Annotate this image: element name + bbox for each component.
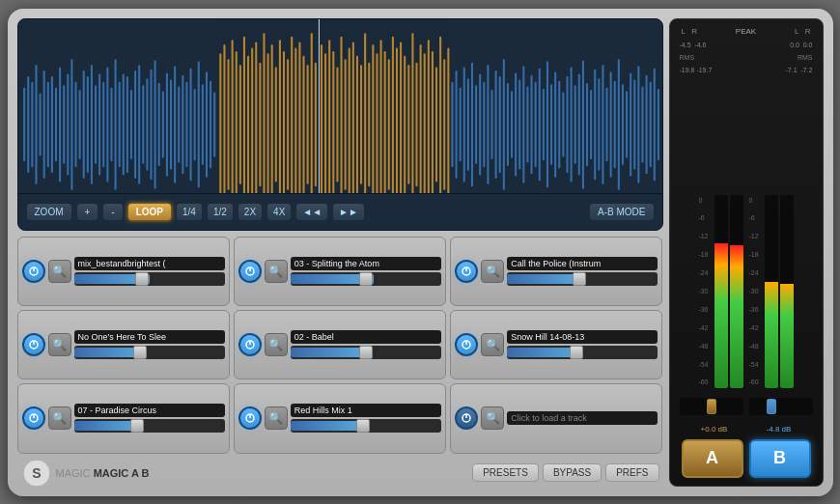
- beat-1-2-button[interactable]: 1/2: [207, 203, 234, 221]
- track-power-btn-1[interactable]: [22, 260, 45, 283]
- svg-text:S: S: [32, 465, 41, 481]
- track-power-btn-7[interactable]: [22, 406, 45, 430]
- meter-peak-label: PEAK: [736, 27, 756, 36]
- track-slider-7[interactable]: [74, 419, 225, 433]
- track-slider-thumb-4[interactable]: [133, 346, 147, 359]
- svg-rect-89: [372, 43, 374, 204]
- track-power-btn-9[interactable]: [455, 406, 478, 430]
- meter-rms-values-a: -19.8 -19.7: [680, 67, 713, 73]
- zoom-plus-button[interactable]: +: [76, 203, 99, 221]
- track-power-btn-2[interactable]: [238, 260, 262, 283]
- track-slider-thumb-3[interactable]: [573, 272, 586, 286]
- svg-rect-52: [227, 59, 229, 190]
- meter-rms-label-right: RMS: [798, 54, 813, 61]
- beat-1-4-button[interactable]: 1/4: [176, 203, 203, 221]
- fader-a-thumb[interactable]: [707, 399, 716, 414]
- ab-mode-button[interactable]: A-B MODE: [589, 203, 654, 221]
- brand-text: MAGIC MAGIC A B: [56, 467, 150, 479]
- svg-rect-117: [483, 81, 485, 166]
- track-name-5: 02 - Babel: [291, 330, 441, 344]
- beat-2x-button[interactable]: 2X: [238, 203, 263, 221]
- track-search-btn-2[interactable]: 🔍: [265, 260, 288, 283]
- svg-rect-127: [522, 66, 524, 182]
- meter-scale-mid: 0 -6 -12 -18 -24 -30 -36 -42 -48 -54 -60: [749, 195, 759, 388]
- step-forward-button[interactable]: ►►: [332, 203, 365, 221]
- svg-rect-20: [98, 73, 100, 175]
- beat-4x-button[interactable]: 4X: [266, 203, 292, 221]
- track-search-btn-9[interactable]: 🔍: [481, 406, 504, 430]
- fader-a[interactable]: [680, 398, 743, 415]
- track-slider-thumb-5[interactable]: [359, 346, 373, 359]
- track-power-btn-4[interactable]: [22, 333, 45, 356]
- svg-rect-157: [641, 86, 643, 162]
- svg-rect-138: [566, 75, 568, 172]
- meter-scale: 0 -6 -12 -18 -24 -30 -36 -42 -48 -54 -60: [698, 195, 708, 388]
- track-slider-1[interactable]: [74, 272, 225, 286]
- track-slider-8[interactable]: [291, 419, 441, 433]
- button-a[interactable]: A: [682, 439, 743, 478]
- track-item-7: 🔍07 - Paradise Circus: [17, 383, 230, 453]
- svg-rect-85: [355, 55, 357, 193]
- track-slider-thumb-2[interactable]: [359, 272, 373, 286]
- svg-rect-111: [459, 87, 461, 161]
- meter-header-right: L R: [795, 27, 811, 36]
- track-slider-thumb-1[interactable]: [135, 272, 149, 286]
- track-slider-thumb-7[interactable]: [130, 419, 144, 433]
- prefs-button[interactable]: PREFS: [605, 463, 658, 482]
- track-search-btn-6[interactable]: 🔍: [481, 333, 504, 356]
- track-slider-2[interactable]: [291, 272, 441, 286]
- track-search-btn-1[interactable]: 🔍: [48, 260, 71, 283]
- svg-rect-36: [161, 91, 163, 158]
- fader-b-thumb[interactable]: [767, 399, 776, 414]
- svg-rect-19: [95, 85, 97, 163]
- svg-rect-134: [550, 84, 552, 165]
- track-search-btn-8[interactable]: 🔍: [265, 406, 288, 430]
- track-slider-4[interactable]: [74, 346, 225, 359]
- meter-peak-values-a: -4.5 -4.6: [680, 42, 707, 48]
- track-power-btn-5[interactable]: [238, 333, 262, 356]
- svg-rect-24: [114, 59, 116, 190]
- track-search-btn-3[interactable]: 🔍: [481, 260, 504, 283]
- fader-b-db-label: -4.8 dB: [767, 425, 792, 434]
- svg-rect-98: [407, 65, 409, 184]
- svg-rect-93: [387, 59, 389, 190]
- track-slider-thumb-8[interactable]: [356, 419, 370, 433]
- zoom-button[interactable]: ZOOM: [26, 203, 72, 221]
- track-power-btn-6[interactable]: [455, 333, 478, 356]
- track-slider-3[interactable]: [507, 272, 658, 286]
- track-slider-6[interactable]: [507, 346, 658, 359]
- svg-rect-64: [274, 67, 276, 182]
- meter-fill-b-left: [765, 282, 778, 388]
- svg-rect-84: [351, 42, 353, 207]
- svg-rect-43: [189, 68, 191, 181]
- loop-button[interactable]: LOOP: [127, 203, 172, 221]
- track-search-btn-4[interactable]: 🔍: [48, 333, 71, 356]
- svg-rect-119: [490, 90, 492, 159]
- bypass-button[interactable]: BYPASS: [543, 463, 602, 482]
- svg-rect-96: [400, 42, 402, 207]
- step-back-button[interactable]: ◄◄: [295, 203, 328, 221]
- track-slider-5[interactable]: [291, 346, 441, 359]
- track-slider-thumb-6[interactable]: [570, 346, 583, 359]
- track-name-2: 03 - Splitting the Atom: [291, 257, 441, 270]
- track-content-9: Click to load a track: [507, 411, 658, 425]
- svg-rect-59: [255, 42, 257, 207]
- track-slider-fill-5: [291, 348, 369, 357]
- button-b[interactable]: B: [749, 439, 811, 478]
- track-power-btn-8[interactable]: [238, 406, 262, 430]
- track-item-3: 🔍Call the Police (Instrum: [450, 237, 662, 306]
- track-search-btn-7[interactable]: 🔍: [48, 406, 71, 430]
- zoom-minus-button[interactable]: -: [102, 203, 123, 221]
- svg-rect-74: [314, 62, 316, 185]
- track-search-btn-5[interactable]: 🔍: [265, 333, 288, 356]
- svg-rect-141: [577, 73, 579, 175]
- svg-rect-76: [320, 43, 322, 204]
- svg-rect-155: [633, 79, 635, 169]
- svg-rect-10: [59, 67, 61, 182]
- svg-rect-152: [621, 84, 623, 165]
- presets-button[interactable]: PRESETS: [472, 463, 539, 482]
- svg-rect-124: [510, 91, 512, 158]
- fader-b[interactable]: [749, 398, 813, 415]
- track-item-8: 🔍Red Hills Mix 1: [234, 383, 446, 453]
- track-power-btn-3[interactable]: [455, 260, 478, 283]
